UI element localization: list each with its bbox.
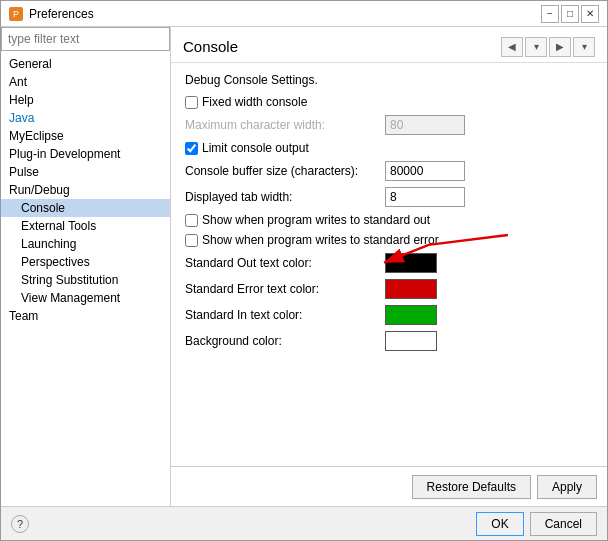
sidebar-item-string-substitution[interactable]: String Substitution bbox=[1, 271, 170, 289]
bg-color-swatch[interactable] bbox=[385, 331, 437, 351]
sidebar-item-launching[interactable]: Launching bbox=[1, 235, 170, 253]
sidebar-item-plugin-dev[interactable]: Plug-in Development bbox=[1, 145, 170, 163]
limit-output-checkbox[interactable] bbox=[185, 142, 198, 155]
stderr-color-label: Standard Error text color: bbox=[185, 282, 385, 296]
panel-body: Debug Console Settings. Fixed width cons… bbox=[171, 63, 607, 466]
sidebar-item-java[interactable]: Java bbox=[1, 109, 170, 127]
cancel-button[interactable]: Cancel bbox=[530, 512, 597, 536]
section-title: Debug Console Settings. bbox=[185, 73, 593, 87]
close-button[interactable]: ✕ bbox=[581, 5, 599, 23]
buffer-size-input[interactable] bbox=[385, 161, 465, 181]
show-stdout-row: Show when program writes to standard out bbox=[185, 213, 593, 227]
sidebar-item-console[interactable]: Console bbox=[1, 199, 170, 217]
maximize-button[interactable]: □ bbox=[561, 5, 579, 23]
tab-width-row: Displayed tab width: bbox=[185, 187, 593, 207]
max-char-input[interactable] bbox=[385, 115, 465, 135]
title-bar: P Preferences − □ ✕ bbox=[1, 1, 607, 27]
nav-buttons: ◀ ▾ ▶ ▾ bbox=[501, 37, 595, 57]
forward-dropdown[interactable]: ▾ bbox=[573, 37, 595, 57]
stdout-color-row: Standard Out text color: bbox=[185, 253, 593, 273]
main-content: General Ant Help Java MyEclipse Plug-in … bbox=[1, 27, 607, 506]
stdout-color-label: Standard Out text color: bbox=[185, 256, 385, 270]
sidebar-item-ant[interactable]: Ant bbox=[1, 73, 170, 91]
buffer-size-row: Console buffer size (characters): bbox=[185, 161, 593, 181]
restore-defaults-button[interactable]: Restore Defaults bbox=[412, 475, 531, 499]
show-stdout-checkbox[interactable] bbox=[185, 214, 198, 227]
show-stderr-row: Show when program writes to standard err… bbox=[185, 233, 593, 247]
minimize-button[interactable]: − bbox=[541, 5, 559, 23]
help-icon[interactable]: ? bbox=[11, 515, 29, 533]
stdout-color-swatch[interactable] bbox=[385, 253, 437, 273]
stderr-color-swatch[interactable] bbox=[385, 279, 437, 299]
sidebar-item-team[interactable]: Team bbox=[1, 307, 170, 325]
right-panel: Console ◀ ▾ ▶ ▾ Debug Console Settings. … bbox=[171, 27, 607, 506]
filter-input[interactable] bbox=[1, 27, 170, 51]
window-title: Preferences bbox=[29, 7, 94, 21]
apply-button[interactable]: Apply bbox=[537, 475, 597, 499]
sidebar-item-myeclipse[interactable]: MyEclipse bbox=[1, 127, 170, 145]
panel-title: Console bbox=[183, 38, 238, 55]
tree: General Ant Help Java MyEclipse Plug-in … bbox=[1, 51, 170, 506]
preferences-window: P Preferences − □ ✕ General Ant Help Jav… bbox=[0, 0, 608, 541]
show-stderr-checkbox[interactable] bbox=[185, 234, 198, 247]
bottom-buttons: OK Cancel bbox=[476, 512, 597, 536]
tab-width-input[interactable] bbox=[385, 187, 465, 207]
app-icon: P bbox=[9, 7, 23, 21]
content-wrapper: Debug Console Settings. Fixed width cons… bbox=[171, 63, 607, 506]
show-stderr-label: Show when program writes to standard err… bbox=[202, 233, 439, 247]
sidebar-item-help[interactable]: Help bbox=[1, 91, 170, 109]
sidebar-item-perspectives[interactable]: Perspectives bbox=[1, 253, 170, 271]
window-controls: − □ ✕ bbox=[541, 5, 599, 23]
stdin-color-label: Standard In text color: bbox=[185, 308, 385, 322]
stderr-color-row: Standard Error text color: bbox=[185, 279, 593, 299]
sidebar-item-view-management[interactable]: View Management bbox=[1, 289, 170, 307]
limit-output-label: Limit console output bbox=[202, 141, 309, 155]
sidebar-item-general[interactable]: General bbox=[1, 55, 170, 73]
stdin-color-row: Standard In text color: bbox=[185, 305, 593, 325]
max-char-row: Maximum character width: bbox=[185, 115, 593, 135]
bottom-bar: ? OK Cancel bbox=[1, 506, 607, 540]
bg-color-label: Background color: bbox=[185, 334, 385, 348]
sidebar-item-pulse[interactable]: Pulse bbox=[1, 163, 170, 181]
sidebar-item-external-tools[interactable]: External Tools bbox=[1, 217, 170, 235]
sidebar: General Ant Help Java MyEclipse Plug-in … bbox=[1, 27, 171, 506]
fixed-width-checkbox[interactable] bbox=[185, 96, 198, 109]
fixed-width-label: Fixed width console bbox=[202, 95, 307, 109]
limit-output-row: Limit console output bbox=[185, 141, 593, 155]
buffer-size-label: Console buffer size (characters): bbox=[185, 164, 385, 178]
show-stdout-label: Show when program writes to standard out bbox=[202, 213, 430, 227]
fixed-width-row: Fixed width console bbox=[185, 95, 593, 109]
tab-width-label: Displayed tab width: bbox=[185, 190, 385, 204]
ok-button[interactable]: OK bbox=[476, 512, 523, 536]
forward-button[interactable]: ▶ bbox=[549, 37, 571, 57]
back-button[interactable]: ◀ bbox=[501, 37, 523, 57]
max-char-label: Maximum character width: bbox=[185, 118, 385, 132]
bg-color-row: Background color: bbox=[185, 331, 593, 351]
back-dropdown[interactable]: ▾ bbox=[525, 37, 547, 57]
panel-header: Console ◀ ▾ ▶ ▾ bbox=[171, 27, 607, 63]
panel-footer: Restore Defaults Apply bbox=[171, 466, 607, 506]
sidebar-item-run-debug[interactable]: Run/Debug bbox=[1, 181, 170, 199]
title-bar-left: P Preferences bbox=[9, 7, 94, 21]
stdin-color-swatch[interactable] bbox=[385, 305, 437, 325]
